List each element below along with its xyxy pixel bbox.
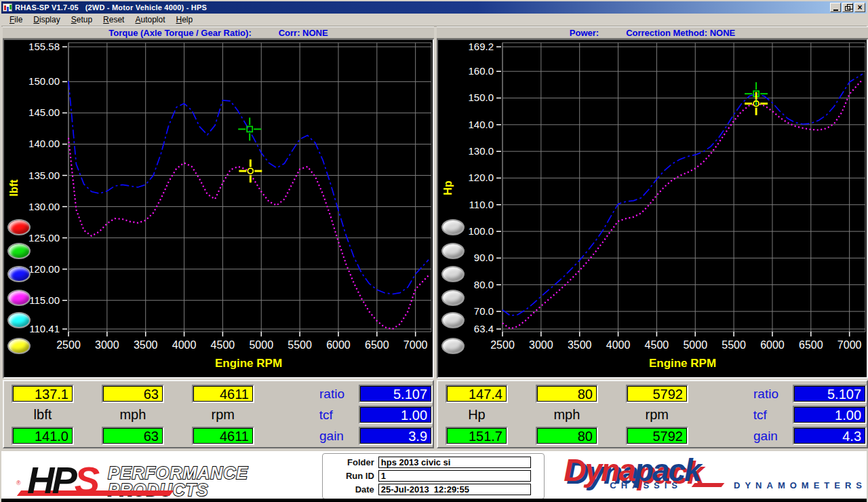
menu-item-file[interactable]: File <box>4 14 28 26</box>
torque-cursor-row: 137.1 63 4611 ratio 5.107 <box>4 383 433 404</box>
plot-color-button-blue[interactable] <box>7 266 31 282</box>
power-readout-panel: 147.4 80 5792 ratio 5.107 Hp mph rpm tcf… <box>437 380 868 448</box>
gain-label: gain <box>319 429 359 444</box>
plot-button-4[interactable] <box>441 290 465 306</box>
folder-label: Folder <box>327 457 374 467</box>
hps-tagline-line1: PERFORMANCE <box>108 465 248 482</box>
torque-cursor-rpm: 4611 <box>193 386 253 402</box>
menu-item-display[interactable]: Display <box>28 14 65 26</box>
y-tick-label: 160.0 <box>468 65 494 77</box>
torque-correction-label: Corr: NONE <box>279 28 328 38</box>
gain-label: gain <box>753 429 793 444</box>
torque-cursor-value: 137.1 <box>13 386 73 402</box>
plot-button-6[interactable] <box>441 338 465 354</box>
x-tick-label: 7000 <box>837 339 862 351</box>
power-correction-label: Correction Method: NONE <box>626 28 735 38</box>
y-tick-label: 155.58 <box>28 41 60 52</box>
plot-color-button-red[interactable] <box>7 219 31 235</box>
title-bar: RHAS-SP V1.7-05 (2WD - Motor Vehicle 400… <box>1 1 867 14</box>
power-peak-mph: 80 <box>537 428 597 444</box>
ratio-label: ratio <box>319 387 359 402</box>
power-peak-row: 151.7 80 5792 gain 4.3 <box>438 425 867 446</box>
run-info-form: Folder Run ID Date <box>322 453 545 499</box>
x-tick-label: 5000 <box>683 339 707 351</box>
minimize-icon <box>833 9 838 11</box>
y-tick-label: 140.0 <box>468 119 494 130</box>
tcf-value: 1.00 <box>794 407 865 423</box>
torque-peak-value: 141.0 <box>13 428 73 444</box>
menu-item-reset[interactable]: Reset <box>98 14 130 26</box>
power-chart-area: 169.2160.0150.0140.0130.0120.0110.0100.0… <box>437 39 868 379</box>
close-icon: × <box>857 3 862 12</box>
plot-button-5[interactable] <box>441 312 465 328</box>
dynapack-dynamometers-label: DYNAMOMETERS <box>734 480 867 490</box>
y-tick-label: 90.0 <box>474 252 494 263</box>
folder-row: Folder <box>327 457 540 468</box>
curve-power-blue-dashdot <box>502 74 863 315</box>
x-tick-label: 3000 <box>95 339 119 351</box>
x-tick-label: 6500 <box>799 339 823 351</box>
torque-chart-title: Torque (Axle Torque / Gear Ratio): <box>108 28 251 38</box>
plot-color-button-cyan[interactable] <box>7 312 31 328</box>
torque-peak-row: 141.0 63 4611 gain 3.9 <box>4 425 433 446</box>
plot-color-button-magenta[interactable] <box>7 290 31 306</box>
plot-button-1[interactable] <box>441 219 465 235</box>
y-tick-label: 130.00 <box>28 201 60 212</box>
x-tick-label: 3000 <box>529 339 553 351</box>
plot-color-button-green[interactable] <box>7 243 31 259</box>
power-chart-header: Power: Correction Method: NONE <box>437 26 868 39</box>
power-cursor-mph: 80 <box>537 386 597 402</box>
dynapack-logo: Dynapack CHASSIS DYNAMOMETERS <box>545 451 867 502</box>
y-tick-label: 169.2 <box>468 41 494 52</box>
y-tick-label: 135.00 <box>28 170 60 181</box>
torque-units-row: lbft mph rpm tcf 1.00 <box>4 404 433 425</box>
folder-input[interactable] <box>378 457 531 468</box>
torque-peak-mph: 63 <box>103 428 163 444</box>
minimize-button[interactable] <box>830 3 841 12</box>
window-title: RHAS-SP V1.7-05 (2WD - Motor Vehicle 400… <box>15 3 829 12</box>
x-tick-label: 3500 <box>568 339 592 351</box>
x-tick-label: 6000 <box>326 339 351 351</box>
torque-chart[interactable]: 155.58150.00145.00140.00135.00130.00125.… <box>4 40 433 377</box>
hps-letters-hp: HP <box>27 459 75 501</box>
x-tick-label: 4000 <box>606 339 631 351</box>
y-tick-label: 115.00 <box>29 294 60 306</box>
charts-area: Torque (Axle Torque / Gear Ratio): Corr:… <box>1 26 867 379</box>
run-id-input[interactable] <box>378 470 531 482</box>
plot-button-2[interactable] <box>441 243 465 259</box>
ratio-value: 5.107 <box>794 386 865 402</box>
x-tick-label: 4500 <box>211 339 235 351</box>
menu-item-autoplot[interactable]: Autoplot <box>130 14 170 26</box>
torque-chart-area: 155.58150.00145.00140.00135.00130.00125.… <box>3 39 434 379</box>
power-cursor-row: 147.4 80 5792 ratio 5.107 <box>438 383 867 404</box>
tcf-value: 1.00 <box>360 407 431 423</box>
readout-strip: 137.1 63 4611 ratio 5.107 lbft mph rpm t… <box>1 379 867 450</box>
power-chart[interactable]: 169.2160.0150.0140.0130.0120.0110.0100.0… <box>438 40 867 377</box>
run-id-label: Run ID <box>327 471 374 481</box>
dynapack-chassis-label: CHASSIS <box>610 480 682 490</box>
y-tick-label: 145.00 <box>28 107 60 118</box>
y-tick-label: 125.00 <box>28 232 60 244</box>
plot-button-3[interactable] <box>441 266 465 282</box>
y-tick-label: 100.0 <box>468 225 494 237</box>
restore-button[interactable] <box>842 3 853 12</box>
x-axis-label: Engine RPM <box>215 357 282 370</box>
gain-value: 3.9 <box>360 428 431 444</box>
date-input[interactable] <box>378 484 531 495</box>
close-button[interactable]: × <box>854 3 865 12</box>
y-tick-label: 70.0 <box>474 305 494 317</box>
hps-wordmark: HPS ® <box>27 463 97 498</box>
menu-item-setup[interactable]: Setup <box>66 14 98 26</box>
speed-unit-label: mph <box>536 407 598 423</box>
menu-item-help[interactable]: Help <box>171 14 199 26</box>
y-tick-label: 120.00 <box>28 263 60 275</box>
speed-unit-label: mph <box>102 407 164 423</box>
date-label: Date <box>327 484 374 495</box>
app-window: RHAS-SP V1.7-05 (2WD - Motor Vehicle 400… <box>0 0 868 502</box>
y-tick-label: 63.4 <box>474 323 494 334</box>
power-unit-label: Hp <box>446 407 508 423</box>
footer: HPS ® PERFORMANCE PRODUCTS Folder Run ID… <box>1 450 867 502</box>
hps-logo: HPS ® PERFORMANCE PRODUCTS <box>1 451 322 502</box>
yellow-cursor <box>248 168 253 174</box>
plot-color-button-yellow[interactable] <box>7 338 31 354</box>
